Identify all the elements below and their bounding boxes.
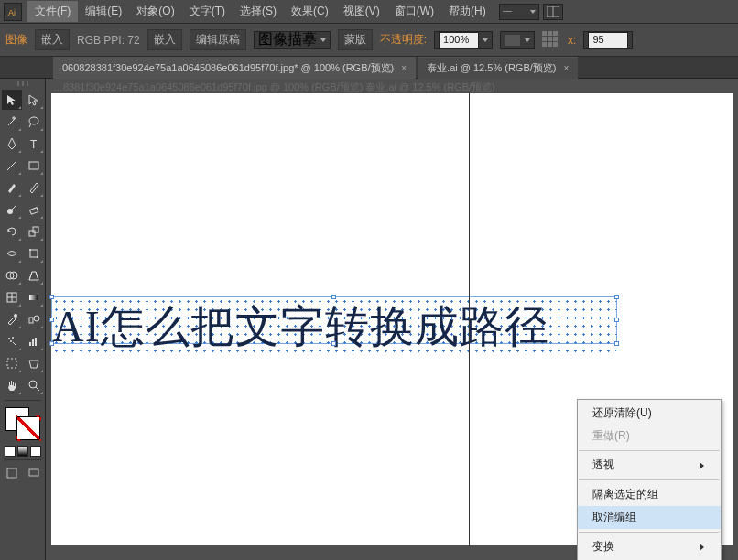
- menu-file[interactable]: 文件(F): [27, 1, 78, 22]
- menu-select[interactable]: 选择(S): [233, 1, 284, 22]
- arrange-docs-button[interactable]: [543, 4, 563, 20]
- context-menu: 还原清除(U) 重做(R) 透视 隔离选定的组 取消编组 变换 排列 选择: [577, 399, 722, 560]
- image-label: 图像: [5, 32, 27, 48]
- opacity-value[interactable]: 100%: [439, 32, 479, 48]
- paintbrush-tool[interactable]: [2, 178, 22, 198]
- type-tool[interactable]: T: [24, 134, 44, 154]
- rotate-tool[interactable]: [2, 221, 22, 242]
- app-logo: Ai: [4, 3, 22, 21]
- blend-tool-icon: [27, 313, 40, 326]
- color-mode[interactable]: [5, 446, 16, 457]
- tab-title: 泰业.ai @ 12.5% (RGB/预览): [427, 61, 556, 75]
- document-tab[interactable]: 060828381f30e924e75a1a0645086e061d95f70f…: [53, 57, 416, 79]
- symbol-sprayer-tool[interactable]: [2, 331, 22, 351]
- guide-line: [469, 93, 470, 546]
- tab-close-icon[interactable]: ×: [401, 63, 407, 73]
- svg-rect-4: [505, 34, 521, 47]
- image-trace-dropdown[interactable]: 图像描摹: [254, 31, 331, 49]
- direct-selection-tool-icon: [27, 93, 40, 106]
- line-tool[interactable]: [2, 156, 22, 176]
- menu-ungroup[interactable]: 取消编组: [578, 506, 721, 529]
- resize-handle[interactable]: [614, 341, 619, 346]
- eyedropper-tool-icon: [5, 313, 18, 326]
- tab-close-icon[interactable]: ×: [563, 63, 569, 73]
- eyedropper-tool[interactable]: [2, 309, 22, 329]
- scale-tool[interactable]: [24, 221, 44, 242]
- hand-tool[interactable]: [2, 375, 22, 395]
- svg-rect-11: [29, 231, 35, 236]
- mesh-tool[interactable]: [2, 287, 22, 307]
- blend-tool[interactable]: [24, 309, 44, 329]
- outlined-text-object[interactable]: AI怎么把文字转换成路径: [52, 297, 616, 356]
- menu-undo-clear[interactable]: 还原清除(U): [578, 402, 721, 425]
- x-value[interactable]: 95: [588, 32, 628, 48]
- menu-perspective[interactable]: 透视: [578, 454, 721, 477]
- selection-tool[interactable]: [2, 90, 22, 110]
- svg-rect-8: [29, 162, 38, 169]
- stroke-swatch[interactable]: [16, 416, 40, 440]
- svg-rect-35: [29, 469, 38, 476]
- style-dropdown[interactable]: [500, 31, 535, 49]
- gradient-tool[interactable]: [24, 287, 44, 307]
- menu-window[interactable]: 窗口(W): [387, 1, 441, 22]
- blob-brush-tool[interactable]: [2, 199, 22, 220]
- workspace-dropdown[interactable]: [499, 4, 539, 20]
- graph-tool[interactable]: [24, 331, 44, 351]
- pen-tool[interactable]: [2, 134, 22, 154]
- zoom-tool[interactable]: [24, 375, 44, 395]
- opacity-dropdown[interactable]: 100%: [434, 31, 493, 49]
- eraser-tool[interactable]: [24, 199, 44, 220]
- embed-button-2[interactable]: 嵌入: [147, 29, 182, 50]
- pencil-tool-icon: [27, 181, 40, 194]
- resize-handle[interactable]: [49, 318, 54, 322]
- menu-help[interactable]: 帮助(H): [441, 1, 494, 22]
- pencil-tool[interactable]: [24, 178, 44, 198]
- panel-grip[interactable]: [5, 81, 41, 88]
- canvas-area[interactable]: …8381f30e924e75a1a0645086e061d95f70f.jpg…: [46, 79, 738, 560]
- svg-rect-12: [33, 227, 38, 232]
- zoom-tool-icon: [27, 379, 40, 392]
- menu-type[interactable]: 文字(T): [182, 1, 233, 22]
- resize-handle[interactable]: [49, 295, 54, 299]
- mask-button[interactable]: 蒙版: [338, 29, 373, 50]
- options-bar: 图像 嵌入 RGB PPI: 72 嵌入 编辑原稿 图像描摹 蒙版 不透明度: …: [0, 24, 738, 57]
- draw-mode[interactable]: [2, 463, 22, 483]
- perspective-tool[interactable]: [24, 265, 44, 285]
- menu-object[interactable]: 对象(O): [129, 1, 181, 22]
- shape-builder-tool[interactable]: [2, 265, 22, 285]
- symbol-sprayer-tool-icon: [5, 335, 18, 348]
- x-field[interactable]: 95: [583, 31, 633, 49]
- menu-view[interactable]: 视图(V): [336, 1, 387, 22]
- svg-rect-34: [7, 468, 16, 478]
- none-mode[interactable]: [30, 446, 41, 457]
- screen-mode[interactable]: [24, 463, 44, 483]
- menu-transform[interactable]: 变换: [578, 535, 721, 558]
- resize-handle[interactable]: [614, 295, 619, 299]
- magic-wand-tool[interactable]: [2, 112, 22, 132]
- item-label: 还原清除(U): [592, 405, 652, 421]
- resize-handle[interactable]: [331, 295, 336, 299]
- fill-stroke-swatches[interactable]: [4, 407, 42, 442]
- menu-isolate-group[interactable]: 隔离选定的组: [578, 483, 721, 506]
- resize-handle[interactable]: [614, 318, 619, 322]
- gradient-mode[interactable]: [17, 446, 28, 457]
- width-tool[interactable]: [2, 243, 22, 264]
- resize-handle[interactable]: [331, 341, 336, 346]
- edit-original-button[interactable]: 编辑原稿: [190, 29, 246, 50]
- document-tab[interactable]: 泰业.ai @ 12.5% (RGB/预览) ×: [418, 57, 578, 79]
- resize-handle[interactable]: [49, 341, 54, 346]
- slice-tool[interactable]: [24, 353, 44, 373]
- rectangle-tool[interactable]: [24, 156, 44, 176]
- menu-effect[interactable]: 效果(C): [284, 1, 336, 22]
- align-panel-button[interactable]: [542, 31, 560, 49]
- svg-rect-23: [29, 318, 33, 323]
- free-transform-tool[interactable]: [24, 243, 44, 264]
- svg-point-14: [29, 249, 31, 251]
- svg-rect-30: [35, 338, 37, 346]
- embed-button-1[interactable]: 嵌入: [35, 29, 70, 50]
- menu-edit[interactable]: 编辑(E): [78, 1, 129, 22]
- artboard-tool[interactable]: [2, 353, 22, 373]
- lasso-tool[interactable]: [24, 112, 44, 132]
- direct-selection-tool[interactable]: [24, 90, 44, 110]
- selection-bounds[interactable]: AI怎么把文字转换成路径: [51, 296, 617, 344]
